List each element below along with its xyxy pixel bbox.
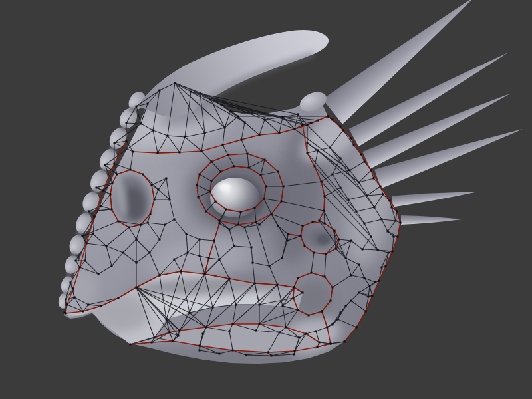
mesh-vertex[interactable]	[230, 110, 232, 112]
mesh-vertex[interactable]	[198, 196, 200, 198]
mesh-vertex[interactable]	[374, 207, 376, 209]
mesh-vertex[interactable]	[381, 267, 383, 269]
mesh-vertex[interactable]	[237, 116, 239, 118]
mesh-vertex[interactable]	[304, 245, 306, 247]
mesh-vertex[interactable]	[210, 99, 212, 101]
mesh-vertex[interactable]	[293, 354, 295, 356]
mesh-vertex[interactable]	[199, 345, 201, 347]
mesh-vertex[interactable]	[279, 332, 281, 334]
mesh-vertex[interactable]	[235, 304, 237, 306]
mesh-vertex[interactable]	[297, 114, 299, 116]
mesh-vertex[interactable]	[178, 335, 180, 337]
mesh-vertex[interactable]	[321, 311, 323, 313]
mesh-vertex[interactable]	[305, 333, 307, 335]
mesh-vertex[interactable]	[88, 304, 90, 306]
mesh-vertex[interactable]	[254, 207, 256, 209]
mesh-vertex[interactable]	[255, 221, 257, 223]
mesh-vertex[interactable]	[211, 161, 213, 163]
mesh-vertex[interactable]	[283, 186, 285, 188]
mesh-vertex[interactable]	[340, 187, 342, 189]
mesh-vertex[interactable]	[297, 309, 299, 311]
mesh-vertex[interactable]	[307, 142, 309, 144]
mesh-vertex[interactable]	[219, 220, 221, 222]
mesh-vertex[interactable]	[169, 199, 171, 201]
mesh-vertex[interactable]	[152, 130, 154, 132]
mesh-vertex[interactable]	[229, 331, 231, 332]
mesh-vertex[interactable]	[136, 287, 138, 289]
mesh-vertex[interactable]	[140, 123, 142, 125]
mesh-vertex[interactable]	[111, 265, 113, 267]
mesh-vertex[interactable]	[365, 311, 367, 313]
mesh-vertex[interactable]	[114, 163, 116, 165]
mesh-vertex[interactable]	[84, 260, 86, 262]
mesh-vertex[interactable]	[159, 90, 161, 92]
mesh-vertex[interactable]	[259, 304, 261, 306]
mesh-vertex[interactable]	[377, 249, 379, 251]
mesh-vertex[interactable]	[86, 243, 88, 245]
mesh-vertex[interactable]	[269, 265, 271, 267]
mesh-vertex[interactable]	[209, 191, 211, 193]
mesh-vertex[interactable]	[179, 330, 181, 332]
mesh-vertex[interactable]	[72, 288, 74, 290]
mesh-vertex[interactable]	[88, 211, 90, 213]
mesh-vertex[interactable]	[338, 239, 340, 241]
viewport-3d[interactable]	[0, 0, 532, 399]
mesh-vertex[interactable]	[340, 126, 342, 128]
mesh-vertex[interactable]	[159, 239, 161, 241]
mesh-vertex[interactable]	[167, 135, 169, 137]
mesh-vertex[interactable]	[157, 152, 159, 154]
mesh-vertex[interactable]	[92, 233, 94, 235]
mesh-vertex[interactable]	[329, 147, 331, 149]
mesh-vertex[interactable]	[233, 166, 235, 168]
mesh-vertex[interactable]	[302, 225, 304, 227]
mesh-vertex[interactable]	[348, 199, 350, 201]
mesh-vertex[interactable]	[74, 297, 76, 299]
mesh-vertex[interactable]	[324, 196, 326, 198]
mesh-vertex[interactable]	[368, 296, 370, 298]
mesh-vertex[interactable]	[287, 240, 289, 242]
mesh-vertex[interactable]	[174, 82, 176, 84]
mesh-vertex[interactable]	[70, 282, 72, 284]
mesh-vertex[interactable]	[337, 319, 339, 321]
mesh-vertex[interactable]	[271, 213, 273, 215]
mesh-vertex[interactable]	[212, 307, 214, 309]
mesh-vertex[interactable]	[94, 216, 96, 218]
mesh-vertex[interactable]	[362, 249, 364, 251]
mesh-vertex[interactable]	[149, 252, 151, 254]
mesh-vertex[interactable]	[224, 127, 226, 129]
mesh-vertex[interactable]	[112, 182, 114, 184]
mesh-vertex[interactable]	[334, 230, 336, 232]
mesh-vertex[interactable]	[332, 119, 334, 121]
mesh-vertex[interactable]	[233, 245, 235, 247]
mesh-vertex[interactable]	[323, 210, 325, 212]
mesh-vertex[interactable]	[332, 174, 334, 176]
mesh-vertex[interactable]	[201, 150, 203, 152]
mesh-vertex[interactable]	[260, 174, 262, 176]
mesh-vertex[interactable]	[397, 236, 399, 238]
mesh-vertex[interactable]	[364, 161, 366, 163]
mesh-vertex[interactable]	[241, 139, 243, 141]
mesh-vertex[interactable]	[315, 331, 317, 332]
mesh-vertex[interactable]	[96, 187, 98, 189]
mesh-vertex[interactable]	[110, 194, 112, 196]
mesh-vertex[interactable]	[282, 305, 284, 307]
mesh-vertex[interactable]	[147, 103, 149, 105]
viewport-canvas[interactable]	[0, 0, 532, 399]
mesh-vertex[interactable]	[282, 116, 284, 118]
mesh-vertex[interactable]	[118, 221, 120, 223]
mesh-vertex[interactable]	[114, 142, 116, 144]
mesh-vertex[interactable]	[307, 152, 309, 154]
mesh-vertex[interactable]	[172, 340, 174, 342]
mesh-vertex[interactable]	[244, 122, 246, 124]
mesh-vertex[interactable]	[396, 211, 398, 213]
mesh-vertex[interactable]	[393, 236, 395, 238]
mesh-vertex[interactable]	[360, 154, 362, 156]
mesh-vertex[interactable]	[180, 271, 182, 273]
mesh-vertex[interactable]	[204, 273, 206, 275]
mesh-vertex[interactable]	[240, 211, 242, 213]
mesh-vertex[interactable]	[208, 257, 210, 259]
mesh-vertex[interactable]	[319, 342, 321, 344]
mesh-vertex[interactable]	[353, 144, 355, 146]
mesh-vertex[interactable]	[219, 259, 221, 261]
mesh-vertex[interactable]	[255, 330, 257, 332]
